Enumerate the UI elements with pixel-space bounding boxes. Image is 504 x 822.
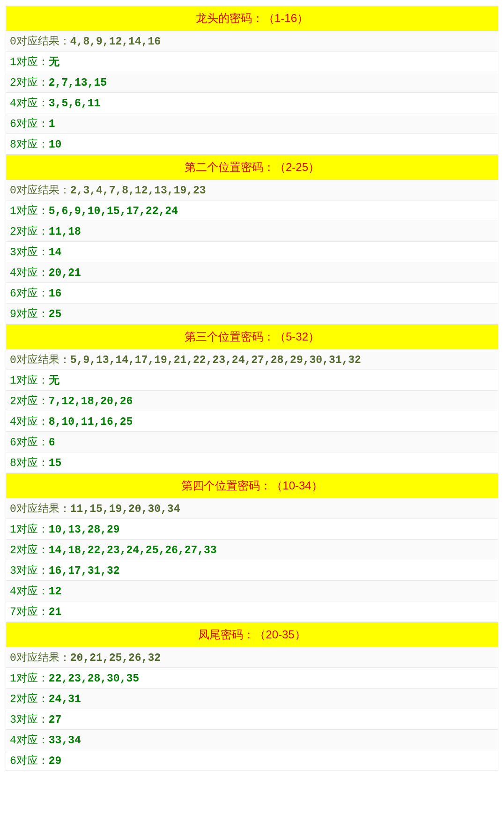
row-key: 9对应： <box>10 308 49 320</box>
row-value: 21 <box>49 606 62 618</box>
row-value: 20,21 <box>49 267 81 279</box>
row-key: 6对应： <box>10 755 49 767</box>
section: 第三个位置密码：（5-32）0对应结果：5,9,13,14,17,19,21,2… <box>6 324 498 473</box>
row-key: 4对应： <box>10 585 49 598</box>
row-key: 2对应： <box>10 226 49 238</box>
row-value: 14,18,22,23,24,25,26,27,33 <box>49 544 217 556</box>
table-row: 8对应：15 <box>6 452 498 473</box>
row-key: 1对应： <box>10 673 49 685</box>
table-row: 9对应：25 <box>6 304 498 324</box>
table-container: 龙头的密码：（1-16）0对应结果：4,8,9,12,14,161对应：无2对应… <box>6 6 498 771</box>
table-row: 3对应：27 <box>6 709 498 730</box>
row-value: 5,9,13,14,17,19,21,22,23,24,27,28,29,30,… <box>70 354 361 366</box>
table-row: 0对应结果：11,15,19,20,30,34 <box>6 498 498 519</box>
row-value: 5,6,9,10,15,17,22,24 <box>49 205 178 217</box>
row-value: 20,21,25,26,32 <box>70 652 161 664</box>
row-value: 27 <box>49 714 62 726</box>
row-key: 1对应： <box>10 524 49 536</box>
table-row: 0对应结果：2,3,4,7,8,12,13,19,23 <box>6 180 498 200</box>
row-key: 2对应： <box>10 544 49 556</box>
table-row: 2对应：24,31 <box>6 689 498 709</box>
table-row: 0对应结果：4,8,9,12,14,16 <box>6 31 498 52</box>
table-row: 2对应：14,18,22,23,24,25,26,27,33 <box>6 540 498 560</box>
row-value: 8,10,11,16,25 <box>49 416 133 428</box>
section-header: 凤尾密码：（20-35） <box>6 622 498 647</box>
table-row: 1对应：无 <box>6 370 498 391</box>
table-row: 8对应：10 <box>6 134 498 155</box>
row-value: 33,34 <box>49 734 81 747</box>
row-value: 24,31 <box>49 693 81 705</box>
row-value: 16 <box>49 288 62 300</box>
row-key: 6对应： <box>10 118 49 130</box>
table-row: 2对应：11,18 <box>6 221 498 242</box>
row-key: 1对应： <box>10 205 49 217</box>
row-value: 7,12,18,20,26 <box>49 395 133 407</box>
table-row: 2对应：2,7,13,15 <box>6 72 498 93</box>
row-key: 3对应： <box>10 565 49 577</box>
row-value: 25 <box>49 308 62 320</box>
section-header: 第四个位置密码：（10-34） <box>6 473 498 498</box>
row-key: 0对应结果： <box>10 354 70 366</box>
table-row: 1对应：无 <box>6 52 498 72</box>
table-row: 0对应结果：5,9,13,14,17,19,21,22,23,24,27,28,… <box>6 349 498 370</box>
row-value: 2,3,4,7,8,12,13,19,23 <box>70 185 206 197</box>
row-key: 8对应： <box>10 139 49 151</box>
row-key: 4对应： <box>10 267 49 279</box>
row-key: 2对应： <box>10 77 49 89</box>
section-header: 第三个位置密码：（5-32） <box>6 324 498 349</box>
row-key: 0对应结果： <box>10 652 70 664</box>
section-header: 龙头的密码：（1-16） <box>6 6 498 31</box>
row-value: 6 <box>49 437 55 449</box>
row-value: 4,8,9,12,14,16 <box>70 36 161 48</box>
section: 凤尾密码：（20-35）0对应结果：20,21,25,26,321对应：22,2… <box>6 622 498 771</box>
section: 第四个位置密码：（10-34）0对应结果：11,15,19,20,30,341对… <box>6 473 498 622</box>
row-key: 1对应： <box>10 375 49 387</box>
row-value: 11,15,19,20,30,34 <box>70 503 180 515</box>
row-key: 2对应： <box>10 395 49 407</box>
row-value: 22,23,28,30,35 <box>49 673 139 685</box>
row-value: 2,7,13,15 <box>49 77 107 89</box>
table-row: 2对应：7,12,18,20,26 <box>6 391 498 411</box>
row-value: 15 <box>49 457 62 469</box>
table-row: 3对应：14 <box>6 242 498 262</box>
row-key: 6对应： <box>10 437 49 449</box>
row-value: 无 <box>49 375 59 387</box>
section: 第二个位置密码：（2-25）0对应结果：2,3,4,7,8,12,13,19,2… <box>6 155 498 324</box>
row-value: 14 <box>49 246 62 259</box>
row-key: 8对应： <box>10 457 49 469</box>
table-row: 4对应：33,34 <box>6 730 498 750</box>
table-row: 1对应：22,23,28,30,35 <box>6 668 498 689</box>
row-value: 11,18 <box>49 226 81 238</box>
row-value: 1 <box>49 118 55 130</box>
row-value: 3,5,6,11 <box>49 97 100 110</box>
table-row: 4对应：12 <box>6 581 498 601</box>
row-key: 6对应： <box>10 288 49 300</box>
row-key: 3对应： <box>10 714 49 726</box>
row-key: 0对应结果： <box>10 185 70 197</box>
row-key: 7对应： <box>10 606 49 618</box>
section-header: 第二个位置密码：（2-25） <box>6 155 498 180</box>
table-row: 6对应：6 <box>6 432 498 452</box>
table-row: 1对应：5,6,9,10,15,17,22,24 <box>6 200 498 221</box>
row-value: 16,17,31,32 <box>49 565 120 577</box>
row-value: 29 <box>49 755 62 767</box>
row-key: 3对应： <box>10 246 49 259</box>
table-row: 0对应结果：20,21,25,26,32 <box>6 647 498 668</box>
row-value: 10 <box>49 139 62 151</box>
row-value: 12 <box>49 585 62 598</box>
row-key: 2对应： <box>10 693 49 705</box>
row-key: 0对应结果： <box>10 503 70 515</box>
table-row: 3对应：16,17,31,32 <box>6 560 498 581</box>
row-key: 0对应结果： <box>10 36 70 48</box>
table-row: 7对应：21 <box>6 601 498 622</box>
row-value: 无 <box>49 56 59 68</box>
table-row: 4对应：8,10,11,16,25 <box>6 411 498 432</box>
table-row: 6对应：16 <box>6 283 498 304</box>
section: 龙头的密码：（1-16）0对应结果：4,8,9,12,14,161对应：无2对应… <box>6 6 498 155</box>
row-value: 10,13,28,29 <box>49 524 120 536</box>
table-row: 6对应：29 <box>6 750 498 771</box>
row-key: 4对应： <box>10 416 49 428</box>
row-key: 1对应： <box>10 56 49 68</box>
table-row: 6对应：1 <box>6 113 498 134</box>
table-row: 4对应：20,21 <box>6 262 498 283</box>
